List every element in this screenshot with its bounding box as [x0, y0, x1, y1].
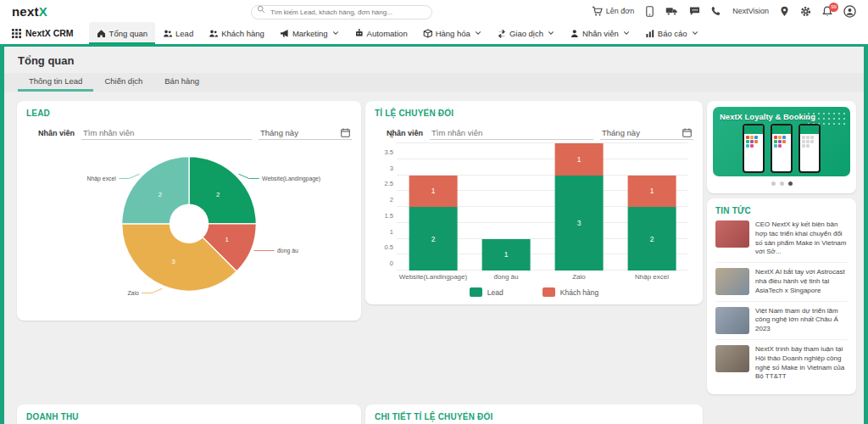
stacked-bar[interactable]: 12: [409, 176, 458, 271]
segment-value: 2: [628, 235, 676, 243]
nav-item-khách-hàng[interactable]: Khách hàng: [201, 22, 272, 44]
lead-donut-chart[interactable]: 2Website(Landingpage)1đồng âu3Zalo2Nhập …: [26, 143, 352, 313]
nav-item-label: Khách hàng: [221, 29, 264, 38]
create-order-button[interactable]: Lên đơn: [592, 6, 634, 17]
search-input[interactable]: [251, 5, 432, 20]
y-axis-tick: 3: [390, 164, 397, 171]
chat-icon[interactable]: [689, 6, 700, 16]
news-item[interactable]: NextX trình bày tham luận tại Hội thảo D…: [715, 340, 848, 387]
carousel-dot[interactable]: [780, 181, 784, 186]
nav-item-tổng-quan[interactable]: Tổng quan: [89, 22, 155, 44]
bar-segment-khách-hàng[interactable]: 1: [555, 143, 604, 176]
legend-swatch: [470, 287, 482, 297]
segment-value: 1: [628, 187, 676, 195]
news-item[interactable]: NextX AI bắt tay với Astrocast nhà điều …: [715, 263, 848, 301]
carousel-dot[interactable]: [788, 181, 793, 186]
report-icon: [645, 29, 654, 38]
topbar: nextX Lên đơn NextVision 99: [0, 0, 868, 22]
tab-bán-hàng[interactable]: Bán hàng: [153, 73, 210, 92]
x-axis-label: đồng âu: [470, 273, 542, 281]
nav-item-automation[interactable]: Automation: [347, 22, 415, 44]
news-list: CEO NextX ký kết biên bản hợp tác triển …: [715, 215, 848, 387]
app-switcher[interactable]: NextX CRM: [12, 28, 74, 38]
location-pin-icon[interactable]: [780, 6, 789, 17]
nextx-logo[interactable]: nextX: [12, 4, 47, 19]
carousel-dot[interactable]: [771, 181, 776, 186]
news-item-title: Việt Nam tham dự triển lãm công nghệ lớn…: [755, 307, 848, 334]
gear-icon[interactable]: [800, 6, 811, 17]
tab-thông-tin-lead[interactable]: Thông tin Lead: [18, 73, 93, 92]
gridline: [397, 159, 688, 159]
users-icon: [163, 29, 172, 38]
period-select[interactable]: Tháng này: [259, 126, 352, 140]
slice-value: 1: [225, 236, 228, 243]
automation-icon: [354, 29, 364, 38]
segment-value: 1: [555, 155, 604, 164]
employee-search-input[interactable]: [81, 126, 252, 140]
global-search: [251, 3, 432, 20]
legend-item-lead[interactable]: Lead: [470, 287, 504, 297]
nav-item-label: Nhân viên: [582, 29, 619, 38]
revenue-card: DOANH THU Nhân viên Năm trước 12/202211/…: [17, 404, 361, 424]
phone-mockup: [798, 124, 821, 173]
user-avatar[interactable]: [843, 5, 856, 18]
period-select[interactable]: Tháng này: [600, 126, 693, 140]
bar-segment-lead[interactable]: 2: [409, 207, 458, 271]
slice-value: 2: [216, 191, 220, 198]
employee-search-input[interactable]: [430, 126, 593, 140]
mobile-icon[interactable]: [645, 6, 654, 17]
conversion-stacked-bar-chart[interactable]: 00.511.522.533.541211312 Website(Landing…: [375, 143, 693, 297]
news-item-title: NextX AI bắt tay với Astrocast nhà điều …: [755, 268, 848, 295]
lead-card: LEAD Nhân viên Tháng này 2Website(Landin…: [17, 101, 361, 321]
y-axis-tick: 4: [390, 132, 397, 140]
nav-item-label: Tổng quan: [109, 29, 147, 38]
chevron-down-icon: [332, 30, 339, 36]
news-item[interactable]: Việt Nam tham dự triển lãm công nghệ lớn…: [715, 302, 848, 340]
nav-item-báo-cáo[interactable]: Báo cáo: [637, 22, 706, 44]
banner-phone-mockups: [713, 124, 850, 173]
news-thumbnail: [715, 345, 749, 372]
news-item[interactable]: CEO NextX ký kết biên bản hợp tác triển …: [715, 215, 848, 263]
nav-item-nhân-viên[interactable]: Nhân viên: [562, 22, 637, 44]
calendar-icon: [682, 128, 692, 137]
nav-items: Tổng quanLeadKhách hàngMarketingAutomati…: [89, 22, 706, 44]
nav-item-hàng-hóa[interactable]: Hàng hóa: [415, 22, 489, 44]
chevron-down-icon: [623, 30, 630, 36]
nav-item-lead[interactable]: Lead: [155, 22, 201, 44]
tab-chiến-dịch[interactable]: Chiến dịch: [93, 73, 153, 92]
loyalty-booking-banner[interactable]: NextX Loyalty & Booking: [713, 107, 850, 176]
nav-item-label: Automation: [367, 29, 408, 38]
stacked-bar[interactable]: 1: [482, 239, 531, 271]
page-title: Tổng quan: [4, 47, 864, 73]
notifications-bell-icon[interactable]: 99: [822, 6, 832, 17]
notification-count-badge: 99: [829, 3, 838, 12]
megaphone-icon: [280, 29, 289, 38]
nav-item-label: Hàng hóa: [436, 29, 470, 38]
phone-icon[interactable]: [711, 6, 721, 16]
stacked-bar[interactable]: 13: [555, 143, 604, 271]
app-label: NextX CRM: [25, 28, 74, 38]
bar-segment-khách-hàng[interactable]: 1: [628, 176, 676, 208]
transaction-icon: [497, 29, 506, 38]
legend-label: Lead: [487, 288, 504, 297]
bar-segment-lead[interactable]: 2: [628, 207, 676, 271]
nav-item-giao-dịch[interactable]: Giao dịch: [489, 22, 562, 44]
stacked-bar[interactable]: 12: [628, 176, 676, 271]
conversion-detail-title: CHI TIẾT TỈ LỆ CHUYỂN ĐỔI: [375, 412, 693, 421]
y-axis-tick: 1: [390, 227, 397, 235]
slice-label: Nhập excel: [86, 176, 116, 182]
bar-segment-lead[interactable]: 3: [555, 176, 604, 271]
slice-label: Website(Landingpage): [262, 176, 320, 182]
bar-segment-lead[interactable]: 1: [482, 239, 531, 271]
content-area: Tổng quan Thông tin LeadChiến dịchBán hà…: [0, 44, 868, 424]
nextvision-label[interactable]: NextVision: [732, 7, 769, 15]
bar-segment-khách-hàng[interactable]: 1: [409, 176, 458, 208]
donut-hole: [170, 204, 209, 244]
news-item-title: CEO NextX ký kết biên bản hợp tác triển …: [755, 220, 848, 257]
legend-item-khách-hàng[interactable]: Khách hàng: [542, 287, 598, 297]
phone-mockup: [743, 124, 765, 173]
segment-value: 1: [409, 187, 458, 195]
delivery-truck-icon[interactable]: [665, 6, 678, 16]
slice-value: 3: [171, 258, 175, 265]
nav-item-marketing[interactable]: Marketing: [272, 22, 347, 44]
